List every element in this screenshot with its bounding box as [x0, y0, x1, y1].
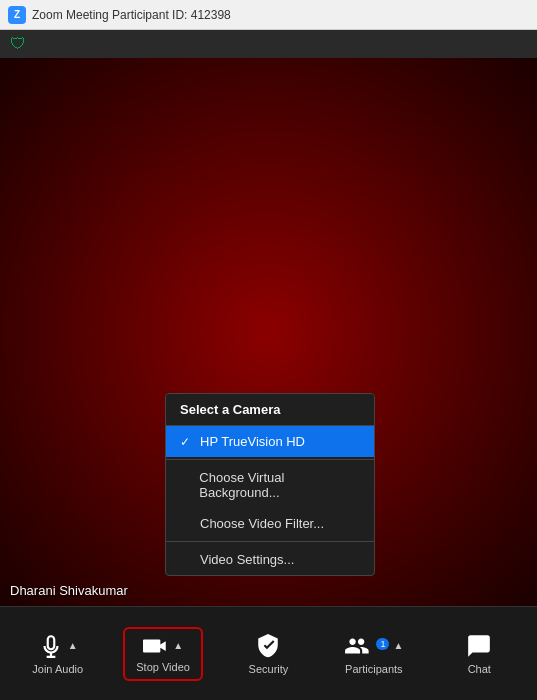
menu-divider-1: [166, 459, 374, 460]
zoom-logo: Z: [8, 6, 26, 24]
menu-divider-2: [166, 541, 374, 542]
camera-option-2[interactable]: Choose Video Filter...: [166, 508, 374, 539]
camera-option-label-1: Choose Virtual Background...: [199, 470, 360, 500]
stop-video-label: Stop Video: [136, 661, 190, 673]
join-audio-button[interactable]: ▲ Join Audio: [18, 627, 98, 681]
toolbar: ▲ Join Audio ▲ Stop Video Security 1 ▲: [0, 606, 537, 700]
stop-video-icon-area: ▲: [143, 635, 183, 657]
shield-bar: 🛡: [0, 30, 537, 58]
camera-option-0[interactable]: ✓ HP TrueVision HD: [166, 426, 374, 457]
security-icon: [255, 633, 281, 659]
stop-video-button[interactable]: ▲ Stop Video: [123, 627, 203, 681]
join-audio-icon-area: ▲: [38, 633, 78, 659]
camera-option-label-0: HP TrueVision HD: [200, 434, 305, 449]
video-chevron-icon[interactable]: ▲: [173, 640, 183, 651]
participants-label: Participants: [345, 663, 402, 675]
camera-menu-header: Select a Camera: [166, 394, 374, 426]
chat-icon-area: [466, 633, 492, 659]
security-icon-area: [255, 633, 281, 659]
camera-option-1[interactable]: Choose Virtual Background...: [166, 462, 374, 508]
chat-button[interactable]: Chat: [439, 627, 519, 681]
chat-icon: [466, 633, 492, 659]
checkmark-icon: ✓: [180, 435, 194, 449]
participants-icon: [344, 633, 374, 659]
camera-option-3[interactable]: Video Settings...: [166, 544, 374, 575]
security-label: Security: [249, 663, 289, 675]
shield-icon: 🛡: [10, 35, 26, 53]
window-title: Zoom Meeting Participant ID: 412398: [32, 8, 231, 22]
video-icon: [143, 635, 169, 657]
video-area: Dharani Shivakumar Select a Camera ✓ HP …: [0, 58, 537, 606]
camera-option-label-3: Video Settings...: [200, 552, 294, 567]
join-audio-label: Join Audio: [32, 663, 83, 675]
title-bar: Z Zoom Meeting Participant ID: 412398: [0, 0, 537, 30]
participants-badge: 1: [376, 638, 389, 650]
camera-option-label-2: Choose Video Filter...: [200, 516, 324, 531]
audio-icon: [38, 633, 64, 659]
chat-label: Chat: [468, 663, 491, 675]
camera-menu: Select a Camera ✓ HP TrueVision HD Choos…: [165, 393, 375, 576]
audio-chevron-icon[interactable]: ▲: [68, 640, 78, 651]
participants-button[interactable]: 1 ▲ Participants: [334, 627, 414, 681]
security-button[interactable]: Security: [228, 627, 308, 681]
participants-chevron-icon[interactable]: ▲: [393, 640, 403, 651]
participant-name: Dharani Shivakumar: [10, 583, 128, 598]
participants-icon-area: 1 ▲: [344, 633, 403, 659]
